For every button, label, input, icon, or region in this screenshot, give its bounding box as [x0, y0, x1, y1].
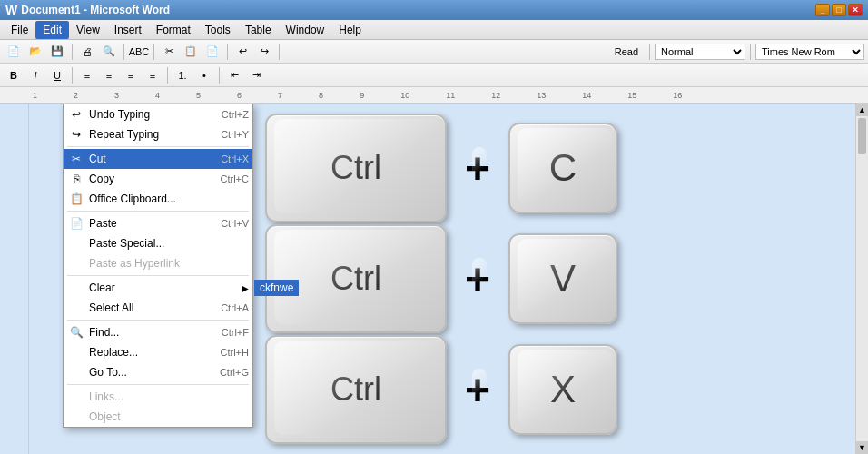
numbering-button[interactable]: 1. — [173, 66, 192, 84]
key-v: V — [508, 233, 617, 324]
scrollbar-up-button[interactable]: ▲ — [856, 104, 868, 116]
menu-undo-typing[interactable]: ↩ Undo Typing Ctrl+Z — [64, 104, 252, 124]
paste-special-label: Paste Special... — [89, 237, 249, 250]
key-x-label: X — [550, 368, 576, 411]
menu-tools[interactable]: Tools — [198, 21, 238, 39]
preview-button[interactable]: 🔍 — [99, 43, 119, 61]
style-select[interactable]: Normal — [655, 44, 745, 60]
bold-button[interactable]: B — [4, 66, 24, 84]
menu-table[interactable]: Table — [238, 21, 279, 39]
menu-paste-special[interactable]: Paste Special... — [64, 233, 252, 253]
undo-button[interactable]: ↩ — [232, 43, 252, 61]
repeat-label: Repeat Typing — [89, 128, 221, 141]
close-button[interactable]: ✕ — [848, 4, 863, 16]
menu-view[interactable]: View — [69, 21, 107, 39]
menu-cut[interactable]: ✂ Cut Ctrl+X — [64, 149, 252, 169]
save-button[interactable]: 💾 — [47, 43, 67, 61]
italic-button[interactable]: I — [25, 66, 45, 84]
print-button[interactable]: 🖨 — [77, 43, 97, 61]
copy-icon: ⎘ — [67, 172, 85, 186]
minimize-button[interactable]: _ — [815, 4, 830, 16]
menu-bar: File Edit View Insert Format Tools Table… — [0, 20, 868, 40]
spell-button[interactable]: ABC — [129, 43, 149, 61]
paste-hyperlink-icon — [67, 256, 85, 271]
menu-insert[interactable]: Insert — [107, 21, 149, 39]
menu-window[interactable]: Window — [279, 21, 332, 39]
ruler: 1 2 3 4 5 6 7 8 9 10 11 12 13 14 15 16 — [0, 87, 868, 104]
sep4 — [227, 44, 228, 60]
document-page[interactable]: ↩ Undo Typing Ctrl+Z ↪ Repeat Typing Ctr… — [29, 104, 855, 454]
keys-area: Ctrl + C Ctrl + V Ctrl — [247, 104, 855, 454]
copy-shortcut: Ctrl+C — [221, 173, 249, 184]
menu-file[interactable]: File — [4, 21, 35, 39]
cut-shortcut: Ctrl+X — [221, 153, 249, 164]
replace-label: Replace... — [89, 346, 221, 359]
scrollbar-down-button[interactable]: ▼ — [856, 441, 868, 454]
goto-icon — [67, 365, 85, 380]
justify-button[interactable]: ≡ — [143, 66, 163, 84]
menu-select-all[interactable]: Select All Ctrl+A — [64, 298, 252, 318]
menu-copy[interactable]: ⎘ Copy Ctrl+C — [64, 169, 252, 189]
menu-repeat-typing[interactable]: ↪ Repeat Typing Ctrl+Y — [64, 124, 252, 144]
window-controls: _ □ ✕ — [815, 4, 863, 16]
key-ctrl-cut-label: Ctrl — [330, 370, 381, 409]
key-ctrl-paste: Ctrl — [265, 224, 447, 333]
undo-label: Undo Typing — [89, 108, 222, 121]
key-ctrl-copy: Ctrl — [265, 114, 447, 222]
key-plus-copy: + — [465, 143, 490, 193]
underline-button[interactable]: U — [47, 66, 67, 84]
key-row-paste: Ctrl + V — [265, 224, 837, 333]
bullets-button[interactable]: • — [194, 66, 214, 84]
read-button[interactable]: Read — [608, 43, 645, 61]
key-c: C — [508, 123, 617, 213]
title-bar: W Document1 - Microsoft Word _ □ ✕ — [0, 0, 868, 20]
vertical-scrollbar[interactable]: ▲ ▼ — [855, 104, 868, 454]
paste-button[interactable]: 📄 — [202, 43, 222, 61]
menu-format[interactable]: Format — [149, 21, 198, 39]
key-row-cut: Ctrl + X — [265, 335, 837, 444]
copy-button[interactable]: 📋 — [181, 43, 201, 61]
sep2 — [123, 44, 124, 60]
indent-decrease-button[interactable]: ⇤ — [224, 66, 244, 84]
font-select[interactable]: Times New Rom — [755, 44, 864, 60]
menu-clear[interactable]: Clear ckfnwe — [64, 278, 252, 298]
menu-office-clipboard[interactable]: 📋 Office Clipboard... — [64, 189, 252, 209]
new-button[interactable]: 📄 — [4, 43, 24, 61]
scrollbar-thumb[interactable] — [858, 118, 866, 154]
undo-icon: ↩ — [67, 107, 85, 122]
menu-paste[interactable]: 📄 Paste Ctrl+V — [64, 213, 252, 233]
open-button[interactable]: 📂 — [25, 43, 45, 61]
goto-shortcut: Ctrl+G — [220, 367, 249, 378]
key-ctrl-paste-label: Ctrl — [330, 260, 381, 298]
replace-shortcut: Ctrl+H — [221, 347, 249, 358]
menu-links[interactable]: Links... — [64, 387, 252, 407]
menu-find[interactable]: 🔍 Find... Ctrl+F — [64, 322, 252, 342]
align-center-button[interactable]: ≡ — [99, 66, 119, 84]
goto-label: Go To... — [89, 366, 220, 379]
cut-label: Cut — [89, 153, 221, 165]
menu-object[interactable]: Object — [64, 407, 252, 427]
cut-button[interactable]: ✂ — [159, 43, 179, 61]
key-plus-paste: + — [465, 254, 490, 304]
sep3 — [153, 44, 154, 60]
key-row-copy: Ctrl + C — [265, 114, 837, 222]
key-ctrl-cut: Ctrl — [265, 335, 447, 444]
format-bar: B I U ≡ ≡ ≡ ≡ 1. • ⇤ ⇥ — [0, 64, 868, 87]
align-left-button[interactable]: ≡ — [77, 66, 97, 84]
menu-edit[interactable]: Edit — [35, 21, 69, 39]
clipboard-icon: 📋 — [67, 192, 85, 206]
menu-paste-hyperlink[interactable]: Paste as Hyperlink — [64, 253, 252, 273]
redo-button[interactable]: ↪ — [254, 43, 274, 61]
sep8 — [72, 67, 73, 84]
paste-icon: 📄 — [67, 216, 85, 231]
key-x: X — [508, 344, 617, 435]
scrollbar-track[interactable] — [856, 116, 868, 441]
indent-increase-button[interactable]: ⇥ — [246, 66, 266, 84]
maximize-button[interactable]: □ — [832, 4, 846, 16]
menu-replace[interactable]: Replace... Ctrl+H — [64, 342, 252, 362]
align-right-button[interactable]: ≡ — [121, 66, 141, 84]
select-all-shortcut: Ctrl+A — [221, 302, 249, 313]
find-shortcut: Ctrl+F — [222, 327, 249, 338]
menu-help[interactable]: Help — [331, 21, 369, 39]
menu-goto[interactable]: Go To... Ctrl+G — [64, 362, 252, 382]
